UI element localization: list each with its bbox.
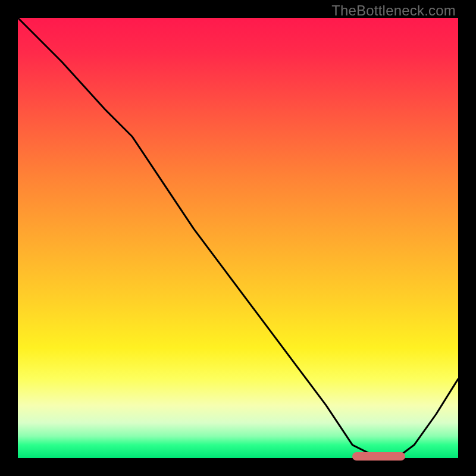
curve-path [18,18,458,458]
chart-frame [18,18,458,458]
watermark-text: TheBottleneck.com [331,2,456,19]
optimal-range-marker [352,452,405,461]
bottleneck-curve [18,18,458,458]
